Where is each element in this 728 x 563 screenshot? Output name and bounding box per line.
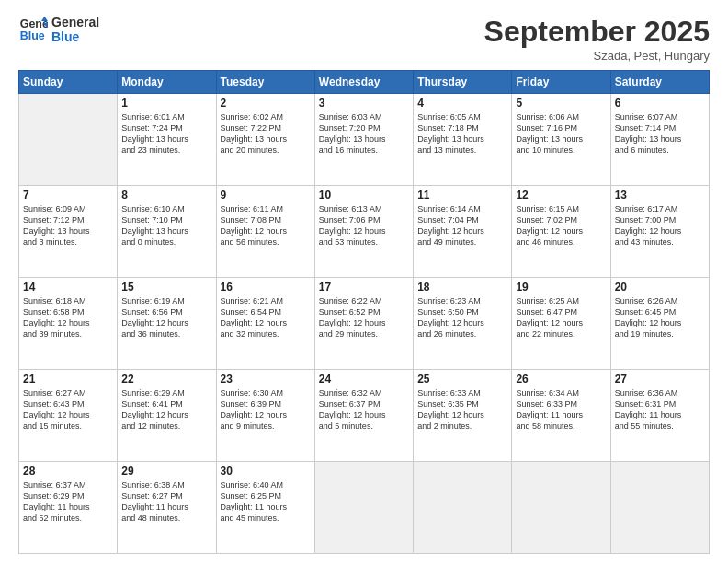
day-info: Sunrise: 6:10 AM Sunset: 7:10 PM Dayligh…	[121, 203, 211, 248]
day-info: Sunrise: 6:26 AM Sunset: 6:45 PM Dayligh…	[615, 295, 705, 340]
calendar-cell	[314, 462, 413, 554]
day-number: 7	[23, 189, 113, 201]
calendar-cell: 22Sunrise: 6:29 AM Sunset: 6:41 PM Dayli…	[118, 370, 216, 462]
calendar-cell: 27Sunrise: 6:36 AM Sunset: 6:31 PM Dayli…	[610, 370, 709, 462]
day-info: Sunrise: 6:11 AM Sunset: 7:08 PM Dayligh…	[221, 203, 311, 248]
weekday-header-row: SundayMondayTuesdayWednesdayThursdayFrid…	[19, 71, 710, 94]
day-info: Sunrise: 6:36 AM Sunset: 6:31 PM Dayligh…	[615, 387, 705, 432]
week-row-4: 21Sunrise: 6:27 AM Sunset: 6:43 PM Dayli…	[19, 370, 710, 462]
day-number: 27	[615, 373, 705, 385]
calendar-cell: 28Sunrise: 6:37 AM Sunset: 6:29 PM Dayli…	[19, 462, 118, 554]
logo-icon: General Blue	[18, 15, 48, 44]
calendar-cell	[512, 462, 610, 554]
header: General Blue General Blue September 2025…	[18, 15, 710, 63]
calendar-cell: 24Sunrise: 6:32 AM Sunset: 6:37 PM Dayli…	[314, 370, 413, 462]
day-number: 15	[121, 281, 211, 293]
calendar-cell: 19Sunrise: 6:25 AM Sunset: 6:47 PM Dayli…	[512, 278, 610, 370]
calendar-cell	[414, 462, 512, 554]
day-info: Sunrise: 6:34 AM Sunset: 6:33 PM Dayligh…	[516, 387, 606, 432]
day-info: Sunrise: 6:06 AM Sunset: 7:16 PM Dayligh…	[516, 111, 606, 156]
day-number: 13	[615, 189, 705, 201]
day-number: 4	[417, 97, 507, 109]
day-number: 8	[121, 189, 211, 201]
calendar-cell: 3Sunrise: 6:03 AM Sunset: 7:20 PM Daylig…	[314, 94, 413, 186]
day-info: Sunrise: 6:13 AM Sunset: 7:06 PM Dayligh…	[319, 203, 409, 248]
day-number: 26	[516, 373, 606, 385]
calendar-cell: 7Sunrise: 6:09 AM Sunset: 7:12 PM Daylig…	[19, 186, 118, 278]
day-number: 6	[615, 97, 705, 109]
day-info: Sunrise: 6:37 AM Sunset: 6:29 PM Dayligh…	[23, 479, 113, 524]
day-info: Sunrise: 6:07 AM Sunset: 7:14 PM Dayligh…	[615, 111, 705, 156]
weekday-sunday: Sunday	[19, 71, 118, 94]
day-number: 16	[221, 281, 311, 293]
logo-blue: Blue	[51, 29, 99, 44]
day-number: 18	[417, 281, 507, 293]
day-number: 2	[221, 97, 311, 109]
calendar-cell: 12Sunrise: 6:15 AM Sunset: 7:02 PM Dayli…	[512, 186, 610, 278]
calendar-cell: 30Sunrise: 6:40 AM Sunset: 6:25 PM Dayli…	[216, 462, 314, 554]
day-number: 9	[221, 189, 311, 201]
calendar-cell: 2Sunrise: 6:02 AM Sunset: 7:22 PM Daylig…	[216, 94, 314, 186]
logo: General Blue General Blue	[18, 15, 99, 44]
weekday-wednesday: Wednesday	[314, 71, 413, 94]
day-number: 1	[121, 97, 211, 109]
day-number: 28	[23, 465, 113, 477]
day-info: Sunrise: 6:15 AM Sunset: 7:02 PM Dayligh…	[516, 203, 606, 248]
day-number: 10	[319, 189, 409, 201]
calendar-cell: 5Sunrise: 6:06 AM Sunset: 7:16 PM Daylig…	[512, 94, 610, 186]
calendar-cell: 10Sunrise: 6:13 AM Sunset: 7:06 PM Dayli…	[314, 186, 413, 278]
day-info: Sunrise: 6:27 AM Sunset: 6:43 PM Dayligh…	[23, 387, 113, 432]
day-info: Sunrise: 6:30 AM Sunset: 6:39 PM Dayligh…	[221, 387, 311, 432]
day-info: Sunrise: 6:32 AM Sunset: 6:37 PM Dayligh…	[319, 387, 409, 432]
day-number: 12	[516, 189, 606, 201]
calendar-cell: 29Sunrise: 6:38 AM Sunset: 6:27 PM Dayli…	[118, 462, 216, 554]
calendar-cell: 9Sunrise: 6:11 AM Sunset: 7:08 PM Daylig…	[216, 186, 314, 278]
day-info: Sunrise: 6:03 AM Sunset: 7:20 PM Dayligh…	[319, 111, 409, 156]
location: Szada, Pest, Hungary	[484, 49, 710, 63]
day-info: Sunrise: 6:02 AM Sunset: 7:22 PM Dayligh…	[221, 111, 311, 156]
week-row-5: 28Sunrise: 6:37 AM Sunset: 6:29 PM Dayli…	[19, 462, 710, 554]
weekday-thursday: Thursday	[414, 71, 512, 94]
day-info: Sunrise: 6:33 AM Sunset: 6:35 PM Dayligh…	[417, 387, 507, 432]
calendar-cell: 20Sunrise: 6:26 AM Sunset: 6:45 PM Dayli…	[610, 278, 709, 370]
calendar-cell: 4Sunrise: 6:05 AM Sunset: 7:18 PM Daylig…	[414, 94, 512, 186]
svg-text:Blue: Blue	[20, 29, 45, 42]
calendar-cell: 17Sunrise: 6:22 AM Sunset: 6:52 PM Dayli…	[314, 278, 413, 370]
weekday-tuesday: Tuesday	[216, 71, 314, 94]
calendar-cell: 1Sunrise: 6:01 AM Sunset: 7:24 PM Daylig…	[118, 94, 216, 186]
day-info: Sunrise: 6:29 AM Sunset: 6:41 PM Dayligh…	[121, 387, 211, 432]
weekday-friday: Friday	[512, 71, 610, 94]
day-number: 23	[221, 373, 311, 385]
day-number: 29	[121, 465, 211, 477]
calendar-cell: 14Sunrise: 6:18 AM Sunset: 6:58 PM Dayli…	[19, 278, 118, 370]
day-info: Sunrise: 6:23 AM Sunset: 6:50 PM Dayligh…	[417, 295, 507, 340]
day-number: 21	[23, 373, 113, 385]
week-row-2: 7Sunrise: 6:09 AM Sunset: 7:12 PM Daylig…	[19, 186, 710, 278]
calendar-cell	[610, 462, 709, 554]
logo-general: General	[51, 15, 99, 29]
calendar-cell: 6Sunrise: 6:07 AM Sunset: 7:14 PM Daylig…	[610, 94, 709, 186]
day-number: 30	[221, 465, 311, 477]
day-number: 22	[121, 373, 211, 385]
day-info: Sunrise: 6:21 AM Sunset: 6:54 PM Dayligh…	[221, 295, 311, 340]
day-info: Sunrise: 6:22 AM Sunset: 6:52 PM Dayligh…	[319, 295, 409, 340]
month-title: September 2025	[484, 15, 710, 49]
day-info: Sunrise: 6:14 AM Sunset: 7:04 PM Dayligh…	[417, 203, 507, 248]
day-info: Sunrise: 6:19 AM Sunset: 6:56 PM Dayligh…	[121, 295, 211, 340]
calendar-cell: 13Sunrise: 6:17 AM Sunset: 7:00 PM Dayli…	[610, 186, 709, 278]
day-number: 3	[319, 97, 409, 109]
calendar-cell: 16Sunrise: 6:21 AM Sunset: 6:54 PM Dayli…	[216, 278, 314, 370]
day-info: Sunrise: 6:17 AM Sunset: 7:00 PM Dayligh…	[615, 203, 705, 248]
week-row-3: 14Sunrise: 6:18 AM Sunset: 6:58 PM Dayli…	[19, 278, 710, 370]
day-info: Sunrise: 6:38 AM Sunset: 6:27 PM Dayligh…	[121, 479, 211, 524]
calendar-cell	[19, 94, 118, 186]
weekday-saturday: Saturday	[610, 71, 709, 94]
day-number: 19	[516, 281, 606, 293]
day-number: 25	[417, 373, 507, 385]
week-row-1: 1Sunrise: 6:01 AM Sunset: 7:24 PM Daylig…	[19, 94, 710, 186]
calendar-table: SundayMondayTuesdayWednesdayThursdayFrid…	[18, 70, 710, 554]
day-info: Sunrise: 6:40 AM Sunset: 6:25 PM Dayligh…	[221, 479, 311, 524]
day-info: Sunrise: 6:18 AM Sunset: 6:58 PM Dayligh…	[23, 295, 113, 340]
day-number: 5	[516, 97, 606, 109]
day-number: 17	[319, 281, 409, 293]
